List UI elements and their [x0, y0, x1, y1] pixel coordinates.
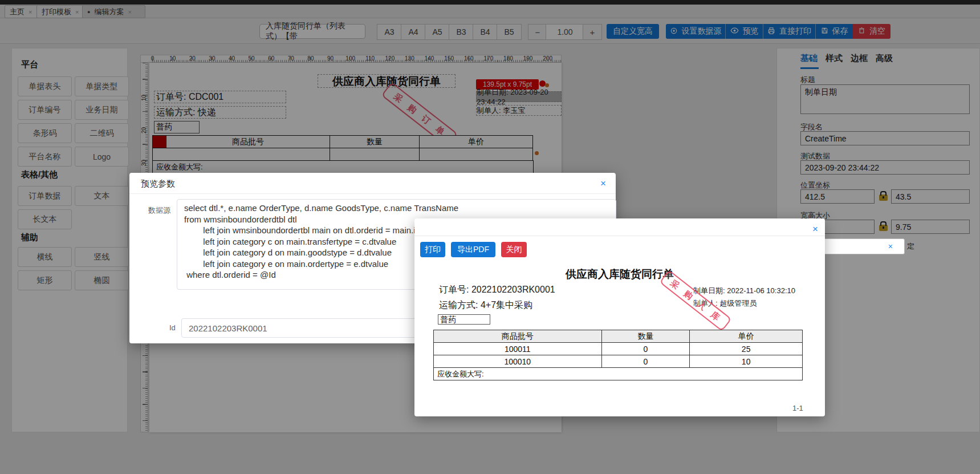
- preview-td: 100010: [434, 355, 602, 368]
- divider: [414, 236, 825, 236]
- preview-td: 10: [690, 355, 803, 368]
- export-pdf-button[interactable]: 导出PDF: [451, 242, 495, 257]
- preview-table-row: 100010010: [434, 355, 803, 368]
- close-icon[interactable]: ×: [812, 224, 818, 234]
- select-clear-icon[interactable]: ×: [888, 242, 893, 251]
- preview-drug-type: 普药: [438, 314, 490, 325]
- preview-td: 25: [690, 343, 803, 355]
- preview-td: 0: [601, 355, 690, 368]
- preview-make-date: 制单日期: 2022-11-06 10:32:10: [693, 286, 795, 296]
- preview-table-body: 100011025100010010: [434, 343, 803, 368]
- preview-table-header-row: 商品批号 数量 单价: [434, 330, 803, 343]
- preview-th: 单价: [690, 330, 803, 343]
- preview-table-row: 100011025: [434, 343, 803, 355]
- preview-order-no: 订单号: 2022102203RK0001: [439, 284, 555, 296]
- preview-td: 0: [601, 343, 690, 355]
- preview-th: 商品批号: [434, 330, 602, 343]
- preview-amount-caps: 应收金额大写:: [434, 368, 803, 380]
- preview-transport: 运输方式: 4+7集中采购: [439, 299, 532, 311]
- preview-table: 商品批号 数量 单价 100011025100010010 应收金额大写:: [433, 330, 803, 380]
- modal-title: 预览参数: [141, 179, 175, 189]
- print-button[interactable]: 打印: [420, 242, 445, 257]
- close-button[interactable]: 关闭: [501, 242, 527, 257]
- preview-doc-title: 供应商入库随货同行单: [414, 267, 825, 282]
- preview-table-footer-row: 应收金额大写:: [434, 368, 803, 380]
- print-preview-modal: × 打印 导出PDF 关闭 供应商入库随货同行单 订单号: 2022102203…: [414, 218, 825, 416]
- page-indicator: 1-1: [792, 404, 803, 412]
- preview-th: 数量: [601, 330, 690, 343]
- close-icon[interactable]: ×: [600, 179, 606, 188]
- app-root: 主页 × 打印模板 × ● 编辑方案 × 入库随货同行单（列表式）【带 A3 A…: [0, 0, 980, 474]
- datasource-label: 数据源: [148, 205, 170, 216]
- id-label: Id: [169, 323, 176, 332]
- modal-header: 预览参数 ×: [129, 173, 616, 194]
- preview-td: 100011: [434, 343, 602, 355]
